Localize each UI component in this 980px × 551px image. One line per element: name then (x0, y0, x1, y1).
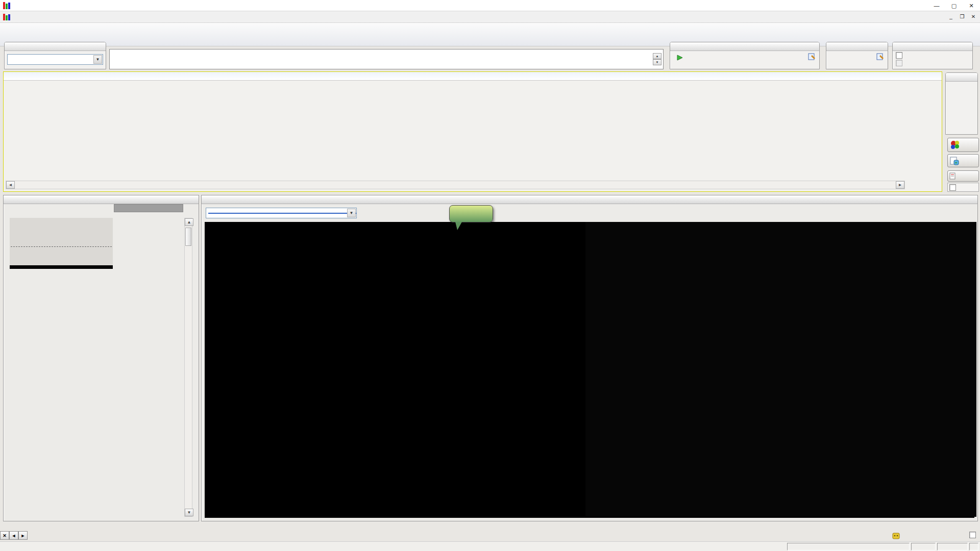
parameters-panel-title (893, 42, 972, 51)
close-view-button[interactable]: ✕ (0, 531, 9, 540)
scrollbar-thumb[interactable] (185, 228, 191, 246)
hcfr-main-window: — ▢ ✕ _ ❐ ✕ ▼ ▲▼ (0, 0, 980, 551)
measures-table-panel: ◄ ► (3, 71, 942, 192)
cie-diagram (585, 222, 976, 517)
information-view-dropdown[interactable]: ▼ (206, 208, 357, 218)
information-panel: ▼ (201, 195, 978, 521)
refs-button[interactable] (947, 170, 979, 182)
target-gradient-image (205, 222, 584, 517)
information-title (202, 195, 977, 204)
notification-icon[interactable] (892, 532, 900, 540)
status-cell-empty-3 (969, 543, 978, 550)
app-icon (3, 2, 11, 9)
target-swatch (29, 329, 87, 375)
color-balls-icon (949, 139, 961, 151)
close-button[interactable]: ✕ (963, 0, 980, 11)
xyz-adjustment-checkbox (896, 60, 902, 66)
tooltip-tail (455, 222, 462, 230)
menu-bar (0, 11, 980, 23)
mdi-close-button[interactable]: ✕ (969, 12, 978, 20)
sensor-config-icon[interactable] (808, 53, 816, 62)
no-data-tooltip (449, 205, 493, 226)
maximize-button[interactable]: ▢ (945, 0, 963, 11)
colorspace-spinner[interactable]: ▲▼ (653, 53, 662, 65)
display-panel-title (946, 73, 977, 82)
reference-line (11, 246, 112, 247)
average-de-summary (4, 72, 942, 81)
delete-button[interactable] (947, 154, 979, 167)
table-horizontal-scrollbar[interactable]: ◄ ► (6, 181, 905, 189)
reference-toggle-checkbox[interactable] (969, 532, 976, 538)
information-view-value (208, 213, 356, 214)
cie-plot-zone (205, 222, 974, 518)
tab-scroll-left-button[interactable]: ◄ (9, 531, 18, 540)
rgb-levels-chart (10, 218, 113, 269)
bottom-tab-bar: ✕ ◄ ► (0, 531, 980, 541)
status-cell-empty (787, 543, 910, 550)
eraser-icon (949, 156, 960, 166)
sensor-panel (670, 42, 820, 69)
view-panel: ▼ (4, 42, 106, 69)
mdi-minimize-button[interactable]: _ (946, 12, 955, 20)
mdi-child-icon (3, 13, 11, 20)
mdi-restore-button[interactable]: ❐ (958, 12, 967, 20)
minimize-button[interactable]: — (928, 0, 945, 11)
status-cell-empty-2 (937, 543, 968, 550)
go-button[interactable] (947, 138, 979, 152)
chevron-down-icon[interactable]: ▼ (93, 55, 102, 64)
edit-checkbox-row (947, 183, 979, 192)
reference-toggle-row (969, 532, 978, 538)
play-icon[interactable] (676, 55, 683, 61)
sensor-panel-title (670, 42, 819, 51)
generator-panel (826, 42, 888, 69)
edit-checkbox[interactable] (949, 184, 956, 191)
status-num-indicator (911, 543, 936, 550)
scroll-down-icon[interactable]: ▼ (185, 509, 193, 516)
chevron-down-icon[interactable]: ▼ (347, 209, 356, 217)
scroll-right-icon[interactable]: ► (896, 181, 904, 189)
selected-color-panel: ▲ ▼ (3, 195, 199, 521)
display-panel (945, 72, 978, 135)
current-measure-footer (114, 204, 183, 212)
generator-panel-title (826, 42, 888, 51)
refs-icon (949, 172, 957, 180)
view-mode-dropdown[interactable]: ▼ (7, 54, 103, 65)
colorspace-info-bar: ▲▼ (109, 49, 664, 69)
view-panel-title (5, 42, 106, 51)
reference-checkbox[interactable] (896, 52, 902, 59)
mdi-window-controls: _ ❐ ✕ (946, 12, 978, 20)
generator-config-icon[interactable] (876, 53, 885, 62)
chart-baseline (10, 265, 113, 269)
current-measure-scrollbar[interactable]: ▲ ▼ (184, 218, 192, 517)
status-bar (0, 541, 980, 551)
scroll-left-icon[interactable]: ◄ (6, 181, 15, 189)
no-data-tooltip-text (449, 205, 493, 222)
title-bar: — ▢ ✕ (0, 0, 980, 11)
parameters-panel (892, 42, 973, 69)
selected-color-title (4, 195, 199, 204)
scroll-up-icon[interactable]: ▲ (185, 218, 193, 226)
tab-scroll-right-button[interactable]: ► (18, 531, 28, 540)
